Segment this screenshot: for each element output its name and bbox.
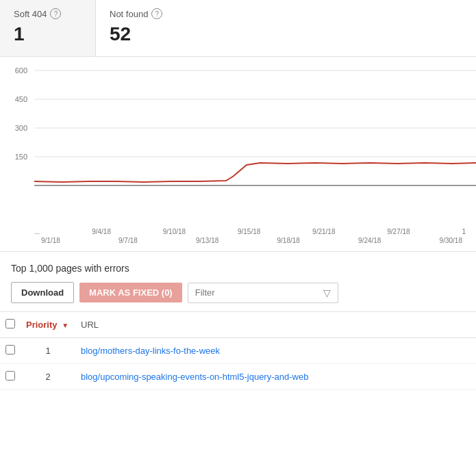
soft404-label: Soft 404 ?	[14, 8, 82, 19]
row-priority: 1	[21, 338, 75, 364]
x-sublabel-3: 9/18/18	[277, 237, 300, 244]
sort-arrow-icon: ▼	[62, 322, 68, 329]
svg-text:600: 600	[15, 66, 27, 75]
metrics-row: Soft 404 ? 1 Not found ? 52	[0, 0, 476, 57]
chart-svg: 600 450 300 150	[0, 64, 476, 201]
header-checkbox-cell	[0, 312, 21, 338]
x-label-1: 9/4/18	[92, 228, 111, 235]
row-checkbox[interactable]	[5, 371, 15, 381]
x-sublabel-1: 9/7/18	[118, 237, 138, 244]
x-label-2: 9/10/18	[163, 228, 186, 235]
x-sublabel-0: 9/1/18	[41, 237, 60, 244]
table-row: 1 blog/mothers-day-links-fo-the-week	[0, 338, 476, 364]
row-url[interactable]: blog/upcoming-speaking-events-on-html5-j…	[75, 364, 476, 390]
x-label-6: 1	[462, 228, 466, 235]
soft404-card: Soft 404 ? 1	[0, 0, 96, 56]
soft404-label-text: Soft 404	[14, 9, 47, 19]
svg-text:150: 150	[15, 153, 27, 161]
notfound-label-text: Not found	[110, 9, 148, 19]
notfound-value: 52	[110, 23, 178, 45]
soft404-value: 1	[14, 23, 82, 45]
chart-container: 600 450 300 150 ... 9/4/18 9/10/18 9/15/…	[0, 57, 476, 252]
toolbar: Download MARK AS FIXED (0) Filter ▽	[0, 282, 476, 311]
notfound-help-icon[interactable]: ?	[151, 8, 162, 19]
section-header: Top 1,000 pages with errors	[0, 252, 476, 282]
svg-text:450: 450	[15, 95, 27, 103]
x-label-4: 9/21/18	[312, 228, 335, 235]
x-label-3: 9/15/18	[238, 228, 260, 235]
table-header-row: Priority ▼ URL	[0, 312, 476, 338]
chart-area: 600 450 300 150	[0, 64, 476, 228]
svg-text:300: 300	[15, 124, 27, 132]
header-url: URL	[75, 312, 476, 338]
soft404-help-icon[interactable]: ?	[50, 8, 61, 19]
filter-dropdown[interactable]: Filter ▽	[188, 283, 338, 303]
x-sublabel-4: 9/24/18	[358, 237, 381, 244]
row-url[interactable]: blog/mothers-day-links-fo-the-week	[75, 338, 476, 364]
notfound-card: Not found ? 52	[96, 0, 192, 56]
header-priority[interactable]: Priority ▼	[21, 312, 75, 338]
data-table: Priority ▼ URL 1 blog/mothers-day-links-…	[0, 311, 476, 390]
x-sublabel-5: 9/30/18	[440, 237, 462, 244]
row-priority: 2	[21, 364, 75, 390]
row-checkbox-cell	[0, 338, 21, 364]
section-title: Top 1,000 pages with errors	[11, 263, 129, 274]
mark-fixed-button[interactable]: MARK AS FIXED (0)	[79, 283, 182, 302]
download-button[interactable]: Download	[11, 282, 74, 303]
x-sublabel-2: 9/13/18	[196, 237, 218, 244]
x-label-0: ...	[34, 228, 40, 235]
notfound-label: Not found ?	[110, 8, 178, 19]
filter-icon: ▽	[323, 287, 331, 298]
x-label-5: 9/27/18	[387, 228, 410, 235]
select-all-checkbox[interactable]	[5, 319, 15, 328]
table-row: 2 blog/upcoming-speaking-events-on-html5…	[0, 364, 476, 390]
filter-placeholder: Filter	[195, 287, 215, 298]
row-checkbox-cell	[0, 364, 21, 390]
row-checkbox[interactable]	[5, 345, 15, 355]
